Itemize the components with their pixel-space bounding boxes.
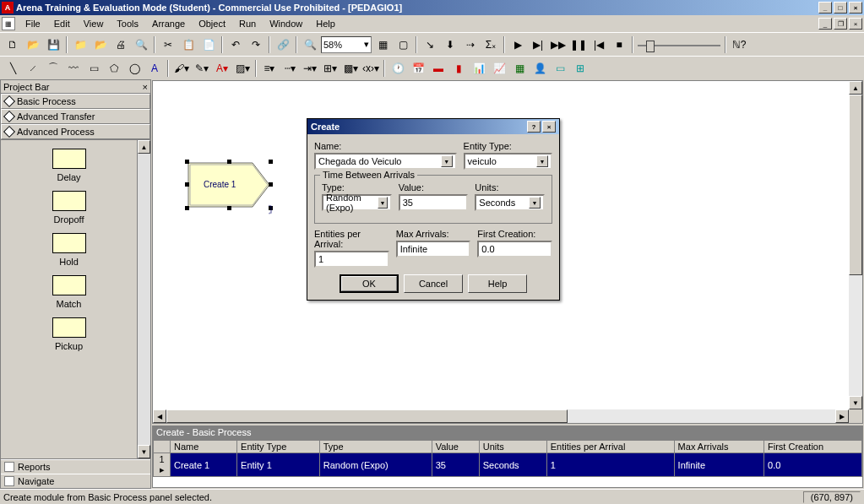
bezier-icon[interactable]: 〰	[64, 59, 83, 78]
section-advanced-process[interactable]: Advanced Process	[1, 124, 150, 139]
line-icon[interactable]: ╲	[3, 59, 22, 78]
mdi-doc-icon[interactable]: ▦	[2, 17, 15, 30]
dialog-close-icon[interactable]: ×	[542, 121, 556, 133]
epa-input[interactable]: 1	[314, 251, 389, 268]
animate-icon[interactable]: ▦	[510, 59, 529, 78]
resource-icon[interactable]: 👤	[530, 59, 549, 78]
module-delay[interactable]: Delay	[1, 149, 137, 182]
menu-object[interactable]: Object	[192, 17, 232, 30]
zoom-icon[interactable]: 🔍	[301, 35, 319, 54]
folder-icon[interactable]: 📁	[71, 35, 90, 54]
dialog-titlebar[interactable]: Create ? ×	[307, 119, 559, 134]
histogram-icon[interactable]: 📊	[470, 59, 488, 78]
mdi-restore-button[interactable]: ❐	[834, 18, 847, 30]
align-icon[interactable]: ⊞▾	[321, 59, 340, 78]
mdi-close-button[interactable]: ×	[849, 18, 862, 30]
entity-type-select[interactable]: veiculo▼	[464, 153, 552, 170]
line-style-icon[interactable]: ┄▾	[280, 59, 299, 78]
line-weight-icon[interactable]: ≡▾	[260, 59, 279, 78]
open-icon[interactable]: 📂	[24, 35, 42, 54]
menu-run[interactable]: Run	[232, 17, 263, 30]
module-dropoff[interactable]: Dropoff	[1, 191, 137, 225]
reports-button[interactable]: Reports	[1, 459, 150, 474]
rewind-icon[interactable]: |◀	[590, 35, 608, 54]
menu-view[interactable]: View	[77, 17, 111, 30]
module-list-scrollbar[interactable]: ▲▼	[137, 140, 150, 458]
table-row[interactable]: 1 ▸ Create 1 Entity 1 Random (Expo) 35 S…	[154, 453, 862, 477]
name-input[interactable]: Chegada do Veiculo▼	[314, 153, 457, 170]
ellipse-icon[interactable]: ◯	[125, 59, 144, 78]
print-icon[interactable]: 🖨	[111, 35, 130, 54]
ok-button[interactable]: OK	[340, 274, 399, 293]
cut-icon[interactable]: ✂	[159, 35, 177, 54]
mdi-minimize-button[interactable]: _	[818, 18, 832, 30]
copy-icon[interactable]: 📋	[179, 35, 198, 54]
cancel-button[interactable]: Cancel	[404, 274, 463, 293]
var-icon[interactable]: ‹x›▾	[361, 59, 380, 78]
folder2-icon[interactable]: 📂	[91, 35, 110, 54]
module-pickup[interactable]: Pickup	[1, 317, 137, 351]
variable-icon[interactable]: ▬	[429, 59, 448, 78]
link-icon[interactable]: 🔗	[274, 35, 292, 54]
arc-icon[interactable]: ⌒	[44, 59, 62, 78]
maxa-input[interactable]: Infinite	[396, 241, 471, 257]
navigate-button[interactable]: Navigate	[1, 474, 150, 488]
units-select[interactable]: Seconds▼	[475, 194, 545, 211]
module-hold[interactable]: Hold	[1, 233, 137, 267]
clock-icon[interactable]: 🕐	[389, 59, 407, 78]
arrow-style-icon[interactable]: ⇥▾	[301, 59, 319, 78]
preview-icon[interactable]: 🔍	[132, 35, 150, 54]
fill-color-icon[interactable]: 🖌▾	[172, 59, 191, 78]
step-icon[interactable]: ⇢	[461, 35, 480, 54]
arrow-down-icon[interactable]: ⬇	[441, 35, 459, 54]
close-button[interactable]: ×	[849, 2, 862, 14]
menu-arrange[interactable]: Arrange	[145, 17, 192, 30]
ff-end-icon[interactable]: ▶▶	[549, 35, 568, 54]
line-color-icon[interactable]: ✎▾	[193, 59, 211, 78]
context-help-icon[interactable]: ℕ?	[730, 35, 748, 54]
section-basic-process[interactable]: Basic Process	[1, 94, 150, 109]
menu-file[interactable]: File	[19, 17, 47, 30]
help-button[interactable]: Help	[468, 274, 527, 293]
type-select[interactable]: Random (Expo)▼	[322, 194, 392, 211]
bg-color-icon[interactable]: ▨▾	[233, 59, 252, 78]
menu-edit[interactable]: Edit	[47, 17, 77, 30]
pattern-icon[interactable]: ▩▾	[341, 59, 360, 78]
canvas-vscroll[interactable]: ▲▼	[849, 81, 862, 409]
speed-slider[interactable]	[637, 36, 721, 53]
polygon-icon[interactable]: ⬠	[105, 59, 123, 78]
new-icon[interactable]: 🗋	[3, 35, 22, 54]
section-advanced-transfer[interactable]: Advanced Transfer	[1, 109, 150, 124]
fast-forward-icon[interactable]: ▶|	[529, 35, 547, 54]
menu-help[interactable]: Help	[309, 17, 342, 30]
project-bar-close-icon[interactable]: ×	[143, 82, 148, 92]
text-color-icon[interactable]: A▾	[213, 59, 231, 78]
stop-icon[interactable]: ■	[610, 35, 628, 54]
menu-tools[interactable]: Tools	[110, 17, 145, 30]
maximize-button[interactable]: □	[834, 2, 847, 14]
level-icon[interactable]: ▮	[449, 59, 468, 78]
first-input[interactable]: 0.0	[477, 241, 552, 257]
zoom-combo[interactable]: 58%▾	[321, 36, 372, 53]
pause-icon[interactable]: ❚❚	[569, 35, 588, 54]
menu-window[interactable]: Window	[263, 17, 309, 30]
redo-icon[interactable]: ↷	[247, 35, 265, 54]
rect-icon[interactable]: ▭	[84, 59, 103, 78]
connect-icon[interactable]: ↘	[421, 35, 439, 54]
sigma-icon[interactable]: Σₓ	[481, 35, 500, 54]
date-icon[interactable]: 📅	[409, 59, 427, 78]
canvas-hscroll[interactable]: ◀▶	[153, 409, 849, 423]
module-match[interactable]: Match	[1, 275, 137, 309]
value-input[interactable]: 35	[399, 194, 469, 211]
queue-icon[interactable]: ▭	[551, 59, 569, 78]
polyline-icon[interactable]: ⟋	[24, 59, 42, 78]
dialog-help-icon[interactable]: ?	[527, 121, 541, 133]
minimize-button[interactable]: _	[818, 2, 832, 14]
undo-icon[interactable]: ↶	[226, 35, 245, 54]
submodel-icon[interactable]: ▢	[394, 35, 412, 54]
global-icon[interactable]: ⊞	[571, 59, 590, 78]
layers-icon[interactable]: ▦	[373, 35, 392, 54]
create-module[interactable]: Create 1 〙	[187, 161, 271, 209]
paste-icon[interactable]: 📄	[199, 35, 218, 54]
play-icon[interactable]: ▶	[508, 35, 527, 54]
